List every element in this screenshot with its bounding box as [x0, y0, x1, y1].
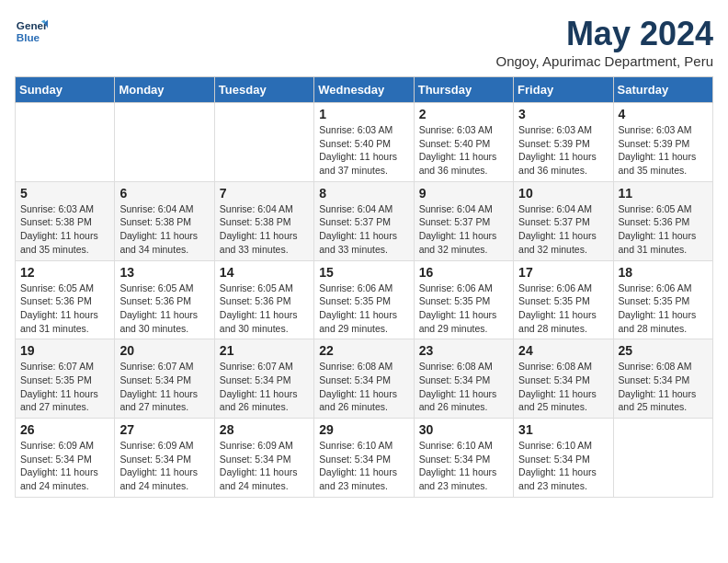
cell-info: Sunrise: 6:10 AM Sunset: 5:34 PM Dayligh… — [518, 439, 608, 493]
cell-info: Sunrise: 6:04 AM Sunset: 5:38 PM Dayligh… — [119, 202, 209, 257]
day-number: 29 — [319, 422, 408, 437]
calendar-cell: 3Sunrise: 6:03 AM Sunset: 5:39 PM Daylig… — [514, 103, 613, 182]
cell-info: Sunrise: 6:09 AM Sunset: 5:34 PM Dayligh… — [119, 439, 209, 493]
calendar-cell: 26Sunrise: 6:09 AM Sunset: 5:34 PM Dayli… — [16, 419, 115, 498]
week-row-1: 1Sunrise: 6:03 AM Sunset: 5:40 PM Daylig… — [16, 103, 713, 182]
calendar-cell — [16, 103, 115, 182]
cell-info: Sunrise: 6:03 AM Sunset: 5:40 PM Dayligh… — [419, 123, 508, 178]
cell-info: Sunrise: 6:05 AM Sunset: 5:36 PM Dayligh… — [619, 202, 708, 257]
day-number: 10 — [518, 186, 608, 201]
calendar-cell: 6Sunrise: 6:04 AM Sunset: 5:38 PM Daylig… — [115, 181, 214, 260]
calendar-cell: 24Sunrise: 6:08 AM Sunset: 5:34 PM Dayli… — [514, 339, 613, 419]
day-number: 23 — [419, 343, 508, 358]
week-row-4: 19Sunrise: 6:07 AM Sunset: 5:35 PM Dayli… — [16, 339, 713, 419]
header: General Blue May 2024 Ongoy, Apurimac De… — [15, 15, 713, 69]
calendar-cell: 25Sunrise: 6:08 AM Sunset: 5:34 PM Dayli… — [613, 339, 712, 419]
calendar-cell: 13Sunrise: 6:05 AM Sunset: 5:36 PM Dayli… — [115, 260, 214, 339]
cell-info: Sunrise: 6:03 AM Sunset: 5:38 PM Dayligh… — [20, 202, 109, 257]
calendar-cell: 12Sunrise: 6:05 AM Sunset: 5:36 PM Dayli… — [16, 260, 115, 339]
calendar-cell: 15Sunrise: 6:06 AM Sunset: 5:35 PM Dayli… — [314, 260, 414, 339]
calendar-table: SundayMondayTuesdayWednesdayThursdayFrid… — [15, 76, 713, 498]
calendar-cell: 27Sunrise: 6:09 AM Sunset: 5:34 PM Dayli… — [115, 419, 214, 498]
day-number: 24 — [518, 343, 608, 358]
cell-info: Sunrise: 6:04 AM Sunset: 5:37 PM Dayligh… — [518, 202, 608, 257]
calendar-cell: 16Sunrise: 6:06 AM Sunset: 5:35 PM Dayli… — [414, 260, 513, 339]
logo: General Blue — [15, 15, 48, 48]
cell-info: Sunrise: 6:07 AM Sunset: 5:34 PM Dayligh… — [119, 360, 209, 414]
day-number: 20 — [119, 343, 209, 358]
weekday-header-tuesday: Tuesday — [214, 77, 313, 103]
calendar-cell: 4Sunrise: 6:03 AM Sunset: 5:39 PM Daylig… — [613, 103, 712, 182]
weekday-header-thursday: Thursday — [414, 77, 513, 103]
calendar-cell: 22Sunrise: 6:08 AM Sunset: 5:34 PM Dayli… — [314, 339, 414, 419]
week-row-3: 12Sunrise: 6:05 AM Sunset: 5:36 PM Dayli… — [16, 260, 713, 339]
calendar-cell: 10Sunrise: 6:04 AM Sunset: 5:37 PM Dayli… — [514, 181, 613, 260]
calendar-cell: 8Sunrise: 6:04 AM Sunset: 5:37 PM Daylig… — [314, 181, 414, 260]
weekday-header-sunday: Sunday — [16, 77, 115, 103]
calendar-cell: 17Sunrise: 6:06 AM Sunset: 5:35 PM Dayli… — [514, 260, 613, 339]
title-area: May 2024 Ongoy, Apurimac Department, Per… — [496, 15, 714, 69]
cell-info: Sunrise: 6:06 AM Sunset: 5:35 PM Dayligh… — [619, 282, 708, 336]
cell-info: Sunrise: 6:05 AM Sunset: 5:36 PM Dayligh… — [119, 282, 209, 336]
calendar-cell: 19Sunrise: 6:07 AM Sunset: 5:35 PM Dayli… — [16, 339, 115, 419]
day-number: 18 — [619, 265, 708, 280]
day-number: 30 — [419, 422, 508, 437]
calendar-cell: 30Sunrise: 6:10 AM Sunset: 5:34 PM Dayli… — [414, 419, 513, 498]
cell-info: Sunrise: 6:05 AM Sunset: 5:36 PM Dayligh… — [220, 282, 309, 336]
day-number: 13 — [119, 265, 209, 280]
calendar-body: 1Sunrise: 6:03 AM Sunset: 5:40 PM Daylig… — [16, 103, 713, 498]
calendar-cell — [115, 103, 214, 182]
logo-icon: General Blue — [15, 15, 48, 48]
cell-info: Sunrise: 6:03 AM Sunset: 5:39 PM Dayligh… — [518, 123, 608, 178]
day-number: 12 — [20, 265, 109, 280]
week-row-2: 5Sunrise: 6:03 AM Sunset: 5:38 PM Daylig… — [16, 181, 713, 260]
calendar-cell: 20Sunrise: 6:07 AM Sunset: 5:34 PM Dayli… — [115, 339, 214, 419]
cell-info: Sunrise: 6:04 AM Sunset: 5:37 PM Dayligh… — [319, 202, 408, 257]
calendar-cell: 2Sunrise: 6:03 AM Sunset: 5:40 PM Daylig… — [414, 103, 513, 182]
day-number: 27 — [119, 422, 209, 437]
weekday-header-saturday: Saturday — [613, 77, 712, 103]
week-row-5: 26Sunrise: 6:09 AM Sunset: 5:34 PM Dayli… — [16, 419, 713, 498]
location-subtitle: Ongoy, Apurimac Department, Peru — [496, 53, 714, 69]
cell-info: Sunrise: 6:08 AM Sunset: 5:34 PM Dayligh… — [518, 360, 608, 414]
cell-info: Sunrise: 6:09 AM Sunset: 5:34 PM Dayligh… — [220, 439, 309, 493]
cell-info: Sunrise: 6:07 AM Sunset: 5:35 PM Dayligh… — [20, 360, 109, 414]
weekday-header-wednesday: Wednesday — [314, 77, 414, 103]
calendar-cell: 7Sunrise: 6:04 AM Sunset: 5:38 PM Daylig… — [214, 181, 313, 260]
calendar-cell: 18Sunrise: 6:06 AM Sunset: 5:35 PM Dayli… — [613, 260, 712, 339]
weekday-header-friday: Friday — [514, 77, 613, 103]
day-number: 4 — [619, 107, 708, 121]
svg-text:Blue: Blue — [17, 31, 40, 43]
calendar-cell: 1Sunrise: 6:03 AM Sunset: 5:40 PM Daylig… — [314, 103, 414, 182]
cell-info: Sunrise: 6:09 AM Sunset: 5:34 PM Dayligh… — [20, 439, 109, 493]
day-number: 26 — [20, 422, 109, 437]
calendar-cell: 11Sunrise: 6:05 AM Sunset: 5:36 PM Dayli… — [613, 181, 712, 260]
day-number: 22 — [319, 343, 408, 358]
calendar-cell: 31Sunrise: 6:10 AM Sunset: 5:34 PM Dayli… — [514, 419, 613, 498]
cell-info: Sunrise: 6:06 AM Sunset: 5:35 PM Dayligh… — [419, 282, 508, 336]
calendar-cell: 9Sunrise: 6:04 AM Sunset: 5:37 PM Daylig… — [414, 181, 513, 260]
weekday-header-row: SundayMondayTuesdayWednesdayThursdayFrid… — [16, 77, 713, 103]
day-number: 15 — [319, 265, 408, 280]
calendar-cell: 21Sunrise: 6:07 AM Sunset: 5:34 PM Dayli… — [214, 339, 313, 419]
calendar-cell: 5Sunrise: 6:03 AM Sunset: 5:38 PM Daylig… — [16, 181, 115, 260]
calendar-cell: 28Sunrise: 6:09 AM Sunset: 5:34 PM Dayli… — [214, 419, 313, 498]
day-number: 8 — [319, 186, 408, 201]
cell-info: Sunrise: 6:06 AM Sunset: 5:35 PM Dayligh… — [319, 282, 408, 336]
calendar-cell: 29Sunrise: 6:10 AM Sunset: 5:34 PM Dayli… — [314, 419, 414, 498]
day-number: 3 — [518, 107, 608, 121]
cell-info: Sunrise: 6:10 AM Sunset: 5:34 PM Dayligh… — [319, 439, 408, 493]
cell-info: Sunrise: 6:03 AM Sunset: 5:39 PM Dayligh… — [619, 123, 708, 178]
day-number: 9 — [419, 186, 508, 201]
day-number: 25 — [619, 343, 708, 358]
day-number: 2 — [419, 107, 508, 121]
cell-info: Sunrise: 6:08 AM Sunset: 5:34 PM Dayligh… — [419, 360, 508, 414]
day-number: 11 — [619, 186, 708, 201]
cell-info: Sunrise: 6:05 AM Sunset: 5:36 PM Dayligh… — [20, 282, 109, 336]
month-title: May 2024 — [496, 15, 714, 53]
day-number: 31 — [518, 422, 608, 437]
calendar-cell: 14Sunrise: 6:05 AM Sunset: 5:36 PM Dayli… — [214, 260, 313, 339]
day-number: 28 — [220, 422, 309, 437]
day-number: 21 — [220, 343, 309, 358]
day-number: 1 — [319, 107, 408, 121]
